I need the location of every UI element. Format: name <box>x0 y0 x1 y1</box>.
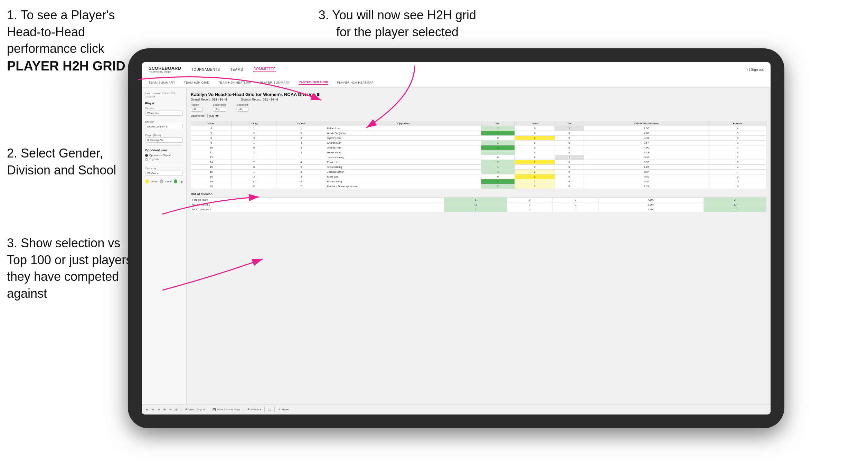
table-row: 0 <box>555 145 584 150</box>
toolbar-refresh[interactable]: ↩ <box>169 408 172 411</box>
opponent-dropdown[interactable]: (All) <box>237 107 248 112</box>
toolbar-redo[interactable]: ↪ <box>158 408 160 411</box>
table-row: 1 <box>232 155 276 160</box>
table-row: 4 <box>276 160 326 165</box>
table-row: -1.00 <box>584 136 709 141</box>
toolbar-grid[interactable]: ⊞ <box>163 408 166 411</box>
radio-dot-opponents <box>145 154 148 157</box>
table-row: Euna Lee <box>326 174 481 179</box>
table-row: 7 <box>709 170 766 174</box>
th-conf: # Conf <box>276 121 326 126</box>
table-row: 0 <box>481 174 515 179</box>
toolbar-watch[interactable]: 👁 Watch ▾ <box>247 408 261 411</box>
conference-filter-label: Conference <box>213 103 226 106</box>
table-row: 11 <box>191 150 232 155</box>
step1-text: 1. To see a Player's Head-to-Head perfor… <box>7 8 115 56</box>
table-row: -0.94 <box>584 170 709 174</box>
table-row: 11 <box>232 184 276 189</box>
filter-group-region: Region (All) <box>191 103 202 112</box>
table-row: 2 <box>709 155 766 160</box>
toolbar-divider1 <box>181 407 181 412</box>
table-row: 2 <box>276 174 326 179</box>
list-item: 0 <box>507 207 553 212</box>
conference-dropdown[interactable]: (All) <box>213 107 226 112</box>
report-subtitle: Overall Record: 353 - 34 - 6 Division Re… <box>191 98 766 101</box>
legend-down-dot <box>145 179 149 183</box>
radio-top100[interactable]: Top 100 <box>145 158 183 161</box>
table-row: Jessica Huang <box>326 155 481 160</box>
table-row: 0 <box>555 131 584 136</box>
player-section-title: Player <box>145 102 183 105</box>
toolbar-clock[interactable]: ◷ <box>175 408 178 411</box>
region-dropdown[interactable]: (All) <box>191 107 202 112</box>
toolbar-save-custom-view[interactable]: 💾 Save Custom View <box>213 408 240 411</box>
nav-sign-out[interactable]: i | Sign out <box>747 68 764 72</box>
table-row: 3 <box>276 170 326 174</box>
table-row: 6 <box>276 179 326 184</box>
toolbar-undo2[interactable]: ↩ <box>152 408 154 411</box>
table-row: 2 <box>276 131 326 136</box>
radio-label-opponents: Opponents Played <box>149 154 171 157</box>
table-row: 4 <box>709 145 766 150</box>
sub-nav-team-summary[interactable]: TEAM SUMMARY <box>149 81 175 84</box>
instruction-step1: 1. To see a Player's Head-to-Head perfor… <box>7 7 138 75</box>
sub-nav-player-h2h-heatmap[interactable]: PLAYER H2H HEATMAP <box>337 81 374 84</box>
table-row: 2 <box>515 170 555 174</box>
table-row: 4.00 <box>584 145 709 150</box>
table-row: 1 <box>481 165 515 170</box>
gender-dropdown[interactable]: Women's <box>145 111 183 116</box>
table-row: 18 <box>191 174 232 179</box>
logo-sub: Powered by clippd <box>149 70 181 73</box>
tablet-frame: SCOREBOARD Powered by clippd TOURNAMENTS… <box>128 48 784 428</box>
sub-nav-player-summary[interactable]: PLAYER SUMMARY <box>260 81 290 84</box>
gender-label: Gender <box>145 107 183 110</box>
sign-out-link[interactable]: Sign out <box>751 68 764 72</box>
table-row: 0 <box>555 150 584 155</box>
toolbar-share[interactable]: ↗ Share <box>278 408 289 411</box>
legend: Down Level Up <box>145 179 183 183</box>
nav-teams[interactable]: TEAMS <box>230 68 243 72</box>
table-row: Federica Domecq Lacroze <box>326 184 481 189</box>
nav-committee[interactable]: COMMITTEE <box>253 67 276 72</box>
sub-nav-player-h2h-grid[interactable]: PLAYER H2H GRID <box>299 80 328 85</box>
list-item: 1 <box>444 198 507 202</box>
table-row: 0 <box>515 145 555 150</box>
opponent-filter-label: Opponent <box>237 103 248 106</box>
toolbar-undo[interactable]: ↩ <box>146 408 148 411</box>
toolbar-divider4 <box>264 407 265 412</box>
radio-opponents-played[interactable]: Opponents Played <box>145 154 183 157</box>
colour-by-dropdown[interactable]: Win/loss <box>145 171 183 176</box>
opponents-select[interactable]: (All) <box>207 114 220 118</box>
table-row: 0.38 <box>584 160 709 165</box>
toolbar-layout[interactable]: ⬚ <box>268 408 271 411</box>
overall-record: Overall Record: 353 - 34 - 6 <box>191 98 227 101</box>
table-row: -5.00 <box>584 174 709 179</box>
th-win: Win <box>481 121 515 126</box>
table-row: 5 <box>276 150 326 155</box>
list-item: 0 <box>553 198 598 202</box>
table-row: 16 <box>191 170 232 174</box>
th-div: # Div <box>191 121 232 126</box>
table-row: 4 <box>276 141 326 145</box>
player-rank-dropdown[interactable]: 8. Katelyn Vo <box>145 137 183 143</box>
th-reg: # Reg <box>232 121 276 126</box>
table-row: 4 <box>481 179 515 184</box>
opponents-label: Opponents: (All) <box>191 114 766 118</box>
filter-group-conference: Conference (All) <box>213 103 226 112</box>
radio-dot-top100 <box>145 158 148 161</box>
legend-level-dot <box>160 179 163 183</box>
nav-tournaments[interactable]: TOURNAMENTS <box>191 68 220 72</box>
list-item: 0 <box>553 207 598 212</box>
legend-level-label: Level <box>166 180 172 183</box>
sub-nav-team-h2h-grid[interactable]: TEAM H2H GRID <box>184 81 209 84</box>
table-row: 2 <box>481 160 515 165</box>
toolbar-view-original[interactable]: 👁 View: Original <box>185 408 205 411</box>
table-row: 0 <box>515 131 555 136</box>
list-item: 9.267 <box>598 202 704 207</box>
division-dropdown[interactable]: NCAA Division III <box>145 124 183 129</box>
list-item: 2 <box>704 198 766 202</box>
table-row: 1.25 <box>584 165 709 170</box>
table-row: 19 <box>191 179 232 184</box>
table-row: 3 <box>709 136 766 141</box>
sub-nav-team-h2h-heatmap[interactable]: TEAM H2H HEATMAP <box>218 81 251 84</box>
